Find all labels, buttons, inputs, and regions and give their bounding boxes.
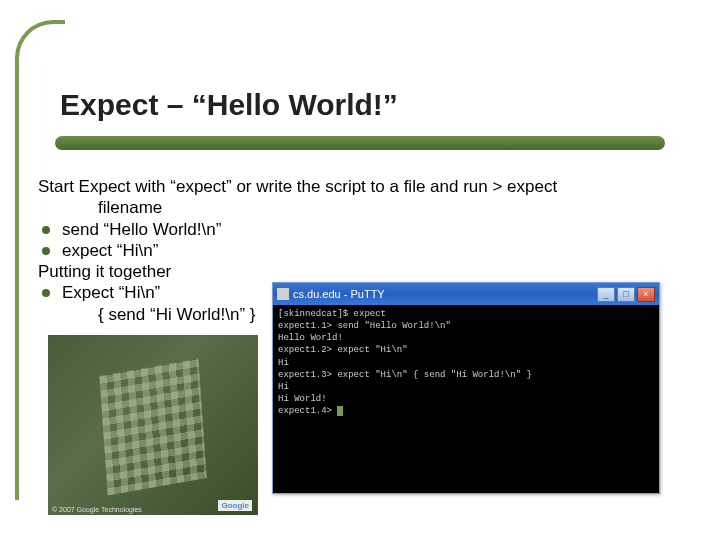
putting-together-text: Putting it together (38, 261, 690, 282)
terminal-line: expect1.2> expect "Hi\n" (278, 345, 408, 355)
aerial-image: © 2007 Google Technologies Google (48, 335, 258, 515)
putty-title-text: cs.du.edu - PuTTY (293, 288, 385, 300)
google-attribution: Google (218, 500, 252, 511)
bullet-text-3: Expect “Hi\n” (62, 282, 160, 303)
putty-icon (277, 288, 289, 300)
putty-titlebar[interactable]: cs.du.edu - PuTTY _ □ × (273, 283, 659, 305)
title-underline (55, 136, 665, 150)
terminal-line: Hi World! (278, 394, 327, 404)
bullet-row-1: send “Hello World!\n” (38, 219, 690, 240)
terminal-line: Hi (278, 358, 289, 368)
bullet-icon (42, 247, 50, 255)
qr-pattern (99, 358, 206, 495)
close-button[interactable]: × (637, 287, 655, 302)
bullet-text-2: expect “Hi\n” (62, 240, 158, 261)
bullet-icon (42, 226, 50, 234)
putty-terminal[interactable]: [skinnedcat]$ expect expect1.1> send "He… (273, 305, 659, 493)
terminal-line: Hi (278, 382, 289, 392)
intro-line2: filename (98, 197, 690, 218)
bullet-row-2: expect “Hi\n” (38, 240, 690, 261)
minimize-button[interactable]: _ (597, 287, 615, 302)
bullet-text-1: send “Hello World!\n” (62, 219, 221, 240)
terminal-line: expect1.4> (278, 406, 332, 416)
terminal-line: [skinnedcat]$ expect (278, 309, 386, 319)
maximize-button[interactable]: □ (617, 287, 635, 302)
terminal-line: Hello World! (278, 333, 343, 343)
terminal-line: expect1.3> expect "Hi\n" { send "Hi Worl… (278, 370, 532, 380)
bullet-icon (42, 289, 50, 297)
cursor-icon (337, 406, 343, 416)
putty-window: cs.du.edu - PuTTY _ □ × [skinnedcat]$ ex… (272, 282, 660, 494)
image-copyright: © 2007 Google Technologies (52, 506, 142, 513)
window-buttons: _ □ × (597, 287, 655, 302)
intro-line1: Start Expect with “expect” or write the … (38, 176, 690, 197)
terminal-line: expect1.1> send "Hello World!\n" (278, 321, 451, 331)
slide-title: Expect – “Hello World!” (60, 88, 398, 122)
